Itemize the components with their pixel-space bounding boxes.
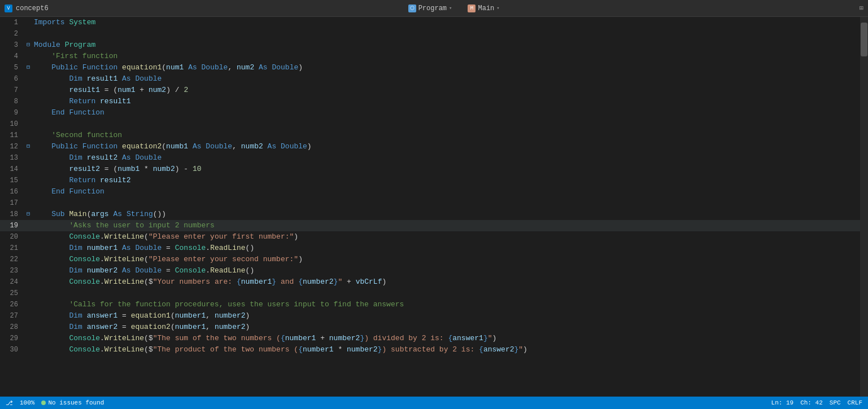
line-20: 20 Console.WriteLine("Please enter your …: [0, 231, 860, 243]
code-30[interactable]: Console.WriteLine($"The product of the t…: [33, 344, 860, 355]
nav-main-dropdown[interactable]: M Main ▾: [464, 3, 503, 14]
code-29[interactable]: Console.WriteLine($"The sum of the two n…: [33, 333, 860, 344]
code-14[interactable]: result2 = (numb1 * numb2) - 10: [33, 164, 860, 175]
code-16[interactable]: End Function: [33, 186, 860, 197]
code-24[interactable]: Console.WriteLine($"Your numbers are: {n…: [33, 276, 860, 288]
line-num-6: 6: [0, 73, 24, 85]
code-27[interactable]: Dim answer1 = equation1(number1, number2…: [33, 310, 860, 322]
fold-7: [24, 85, 33, 96]
code-23[interactable]: Dim number2 As Double = Console.ReadLine…: [33, 265, 860, 276]
line-num-23: 23: [0, 265, 24, 276]
code-2[interactable]: [33, 28, 860, 39]
fold-2: [24, 28, 33, 39]
title-center: ⬡ Program ▾ M Main ▾: [405, 3, 503, 14]
line-11: 11 'Second function: [0, 130, 860, 141]
fold-27: [24, 310, 33, 322]
line-17: 17: [0, 197, 860, 209]
line-num-5: 5: [0, 62, 24, 73]
code-7[interactable]: result1 = (num1 + num2) / 2: [33, 85, 860, 96]
program-icon: ⬡: [408, 5, 416, 12]
editor-container: 1 Imports System 2 3 ⊟ Module Program: [0, 17, 868, 397]
code-17[interactable]: [33, 197, 860, 209]
code-13[interactable]: Dim result2 As Double: [33, 152, 860, 164]
code-4[interactable]: 'First function: [33, 51, 860, 62]
fold-19: [24, 220, 33, 231]
code-18[interactable]: Sub Main(args As String()): [33, 209, 860, 220]
fold-28: [24, 322, 33, 333]
issues-dot: [41, 401, 46, 405]
status-ch[interactable]: Ch: 42: [800, 399, 823, 406]
fold-3: ⊟: [24, 39, 33, 51]
code-1[interactable]: Imports System: [33, 17, 860, 28]
fold-26: [24, 299, 33, 310]
line-num-14: 14: [0, 164, 24, 175]
code-25[interactable]: [33, 288, 860, 299]
code-10[interactable]: [33, 118, 860, 130]
code-12[interactable]: Public Function equation2(numb1 As Doubl…: [33, 141, 860, 152]
line-num-21: 21: [0, 243, 24, 254]
line-num-27: 27: [0, 310, 24, 322]
minimap-scrollbar[interactable]: [860, 17, 868, 397]
line-num-17: 17: [0, 197, 24, 209]
fold-22: [24, 254, 33, 265]
line-18: 18 ⊟ Sub Main(args As String()): [0, 209, 860, 220]
code-11[interactable]: 'Second function: [33, 130, 860, 141]
line-14: 14 result2 = (numb1 * numb2) - 10: [0, 164, 860, 175]
fold-29: [24, 333, 33, 344]
title-left: V concept6: [5, 5, 49, 12]
fold-12: ⊟: [24, 141, 33, 152]
status-ln[interactable]: Ln: 19: [771, 399, 794, 406]
line-num-12: 12: [0, 141, 24, 152]
line-6: 6 Dim result1 As Double: [0, 73, 860, 85]
line-23: 23 Dim number2 As Double = Console.ReadL…: [0, 265, 860, 276]
code-area[interactable]: 1 Imports System 2 3 ⊟ Module Program: [0, 17, 860, 397]
line-num-2: 2: [0, 28, 24, 39]
line-2: 2: [0, 28, 860, 39]
line-num-9: 9: [0, 107, 24, 118]
code-20[interactable]: Console.WriteLine("Please enter your fir…: [33, 231, 860, 243]
status-spc[interactable]: SPC: [830, 399, 841, 406]
fold-4: [24, 51, 33, 62]
branch-icon: ⎇: [6, 399, 13, 407]
code-22[interactable]: Console.WriteLine("Please enter your sec…: [33, 254, 860, 265]
app-icon: V: [5, 5, 12, 12]
code-19[interactable]: 'Asks the user to input 2 numbers: [33, 220, 860, 231]
line-19: 19 'Asks the user to input 2 numbers: [0, 220, 860, 231]
status-issues[interactable]: No issues found: [41, 399, 104, 406]
code-3[interactable]: Module Program: [33, 39, 860, 51]
fold-20: [24, 231, 33, 243]
code-8[interactable]: Return result1: [33, 96, 860, 107]
line-26: 26 'Calls for the function procedures, u…: [0, 299, 860, 310]
line-1: 1 Imports System: [0, 17, 860, 28]
code-28[interactable]: Dim answer2 = equation2(number1, number2…: [33, 322, 860, 333]
chevron-down-icon-2: ▾: [496, 5, 499, 11]
code-15[interactable]: Return result2: [33, 175, 860, 186]
status-crlf[interactable]: CRLF: [848, 399, 862, 406]
line-num-26: 26: [0, 299, 24, 310]
nav-program-dropdown[interactable]: ⬡ Program ▾: [405, 3, 456, 14]
code-21[interactable]: Dim number1 As Double = Console.ReadLine…: [33, 243, 860, 254]
line-num-13: 13: [0, 152, 24, 164]
line-num-24: 24: [0, 276, 24, 288]
line-8: 8 Return result1: [0, 96, 860, 107]
code-26[interactable]: 'Calls for the function procedures, uses…: [33, 299, 860, 310]
filename: concept6: [16, 5, 49, 12]
scroll-thumb[interactable]: [861, 23, 867, 56]
fold-23: [24, 265, 33, 276]
fold-25: [24, 288, 33, 299]
line-num-7: 7: [0, 85, 24, 96]
line-num-29: 29: [0, 333, 24, 344]
code-6[interactable]: Dim result1 As Double: [33, 73, 860, 85]
fold-1: [24, 17, 33, 28]
fold-21: [24, 243, 33, 254]
ln-label: Ln: 19: [771, 399, 794, 406]
code-9[interactable]: End Function: [33, 107, 860, 118]
status-branch[interactable]: ⎇: [6, 399, 13, 407]
fold-17: [24, 197, 33, 209]
nav-program-label: Program: [418, 5, 447, 12]
code-5[interactable]: Public Function equation1(num1 As Double…: [33, 62, 860, 73]
line-num-30: 30: [0, 344, 24, 355]
fold-10: [24, 118, 33, 130]
line-27: 27 Dim answer1 = equation1(number1, numb…: [0, 310, 860, 322]
status-zoom[interactable]: 100%: [20, 399, 34, 406]
